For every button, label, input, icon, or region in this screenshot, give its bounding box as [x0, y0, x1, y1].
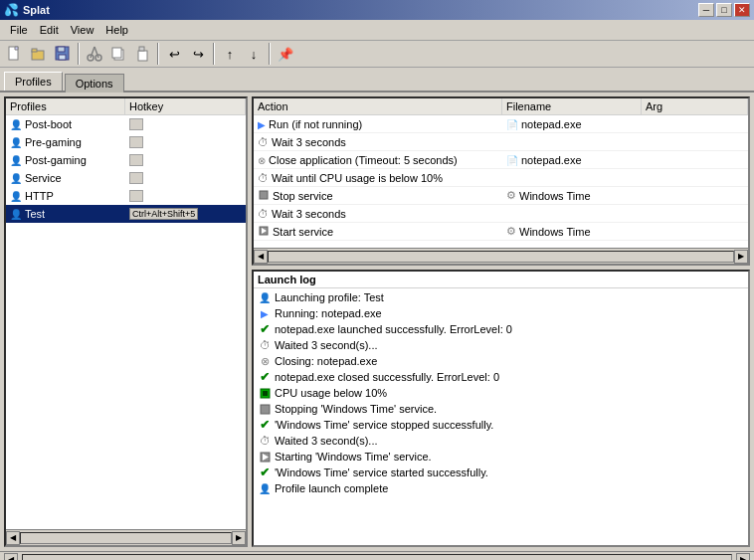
profile-row[interactable]: 👤 HTTP: [6, 187, 246, 205]
actions-scroll-right[interactable]: ▶: [734, 250, 748, 264]
undo-button[interactable]: ↩: [163, 43, 185, 65]
log-stop-icon: [259, 403, 272, 416]
log-text: Launching profile: Test: [275, 291, 384, 303]
profiles-scroll-left[interactable]: ◀: [6, 531, 20, 545]
log-text: 'Windows Time' service stopped successfu…: [275, 419, 493, 431]
col-header-arg: Arg: [642, 98, 748, 114]
profile-row[interactable]: 👤 Pre-gaming: [6, 133, 246, 151]
col-header-profiles: Profiles: [6, 98, 125, 114]
log-entry: CPU usage below 10%: [254, 385, 748, 401]
log-text: CPU usage below 10%: [275, 387, 387, 399]
menu-view[interactable]: View: [65, 22, 100, 38]
tab-profiles[interactable]: Profiles: [4, 72, 63, 91]
log-clock-icon: ⏱: [260, 339, 271, 351]
actions-scroll-left[interactable]: ◀: [254, 250, 268, 264]
menu-file[interactable]: File: [4, 22, 34, 38]
log-start-icon: [259, 451, 272, 464]
action-text: Wait until CPU usage is below 10%: [272, 172, 443, 184]
log-entry: Stopping 'Windows Time' service.: [254, 401, 748, 417]
log-cpu-icon: [259, 387, 272, 400]
profiles-scroll-right[interactable]: ▶: [232, 531, 246, 545]
profile-row[interactable]: 👤 Post-gaming: [6, 151, 246, 169]
move-up-button[interactable]: ↑: [219, 43, 241, 65]
log-icon: ✔: [258, 322, 272, 336]
copy-button[interactable]: [107, 43, 129, 65]
profile-row[interactable]: 👤 Test Ctrl+Alt+Shift+5: [6, 205, 246, 223]
menu-edit[interactable]: Edit: [34, 22, 65, 38]
log-entry: ✔ 'Windows Time' service started success…: [254, 465, 748, 480]
profile-list: 👤 Post-boot 👤 Pre-gaming 👤 Post-gaming 👤…: [6, 115, 246, 529]
profiles-header: Profiles Hotkey: [6, 98, 246, 115]
log-text: notepad.exe closed successfully. ErrorLe…: [275, 371, 499, 383]
log-text: Waited 3 second(s)...: [275, 339, 378, 351]
action-row[interactable]: ⏱ Wait 3 seconds: [254, 205, 748, 223]
action-row[interactable]: ⊗ Close application (Timeout: 5 seconds)…: [254, 151, 748, 169]
tabs-row: Profiles Options: [0, 68, 754, 91]
log-profile-icon: 👤: [259, 483, 271, 494]
action-icon: ⏱: [258, 172, 269, 184]
toolbar-sep-3: [213, 43, 215, 65]
log-entry: ✔ notepad.exe launched successfully. Err…: [254, 321, 748, 337]
tab-options[interactable]: Options: [65, 74, 124, 93]
action-rows: ▶ Run (if not running) 📄 notepad.exe ⏱ W…: [254, 115, 748, 248]
action-row[interactable]: ▶ Run (if not running) 📄 notepad.exe: [254, 115, 748, 133]
redo-button[interactable]: ↪: [187, 43, 209, 65]
action-icon: ⏱: [258, 136, 269, 148]
log-entry: ⊗ Closing: notepad.exe: [254, 353, 748, 369]
svg-rect-2: [32, 49, 37, 52]
log-text: notepad.exe launched successfully. Error…: [275, 323, 512, 335]
svg-rect-19: [261, 405, 270, 414]
action-icon: ⊗: [258, 154, 266, 166]
action-row[interactable]: ⏱ Wait until CPU usage is below 10%: [254, 169, 748, 187]
profile-icon: 👤: [10, 191, 22, 202]
log-icon: ▶: [258, 306, 272, 320]
log-clock-icon: ⏱: [260, 435, 271, 447]
move-down-button[interactable]: ↓: [243, 43, 265, 65]
profile-row[interactable]: 👤 Service: [6, 169, 246, 187]
profile-icon: 👤: [10, 173, 22, 184]
profile-row[interactable]: 👤 Post-boot: [6, 115, 246, 133]
log-check-icon: ✔: [260, 322, 270, 336]
log-icon: ✔: [258, 418, 272, 432]
paste-button[interactable]: [131, 43, 153, 65]
log-check-icon: ✔: [260, 418, 270, 432]
hotkey-empty: [129, 190, 143, 202]
action-text: Wait 3 seconds: [272, 208, 346, 220]
minimize-button[interactable]: ─: [698, 3, 714, 17]
actions-header: Action Filename Arg: [254, 98, 748, 115]
menu-help[interactable]: Help: [99, 22, 134, 38]
open-button[interactable]: [28, 43, 50, 65]
window-title: Splat: [23, 4, 50, 16]
action-row[interactable]: ⏱ Wait 3 seconds: [254, 133, 748, 151]
col-header-filename: Filename: [502, 98, 642, 114]
log-text: Starting 'Windows Time' service.: [275, 451, 432, 463]
action-text: Close application (Timeout: 5 seconds): [269, 154, 458, 166]
close-button[interactable]: ✕: [734, 3, 750, 17]
log-entry: 👤 Profile launch complete: [254, 480, 748, 496]
new-button[interactable]: [4, 43, 26, 65]
svg-rect-12: [138, 51, 147, 61]
svg-rect-5: [59, 55, 66, 60]
action-row[interactable]: Stop service ⚙ Windows Time: [254, 187, 748, 205]
filename-text: Windows Time: [519, 190, 591, 202]
action-icon: [258, 225, 270, 239]
action-row[interactable]: Start service ⚙ Windows Time: [254, 223, 748, 241]
maximize-button[interactable]: □: [716, 3, 732, 17]
log-icon: ⊗: [258, 354, 272, 368]
cut-button[interactable]: [84, 43, 105, 65]
save-button[interactable]: [52, 43, 74, 65]
filename-text: notepad.exe: [521, 154, 582, 166]
filename-icon: 📄: [506, 154, 518, 166]
main-scroll-right[interactable]: ▶: [736, 553, 750, 561]
log-entry: ⏱ Waited 3 second(s)...: [254, 433, 748, 449]
log-entry: 👤 Launching profile: Test: [254, 289, 748, 305]
toolbar-sep-4: [269, 43, 271, 65]
hotkey-empty: [129, 118, 143, 130]
main-scroll-left[interactable]: ◀: [4, 553, 18, 561]
action-icon: ▶: [258, 118, 266, 130]
log-text: Stopping 'Windows Time' service.: [275, 403, 437, 415]
menu-bar: File Edit View Help: [0, 20, 754, 41]
pin-button[interactable]: 📌: [275, 43, 296, 65]
profile-icon: 👤: [10, 209, 22, 220]
log-icon: [258, 386, 272, 400]
